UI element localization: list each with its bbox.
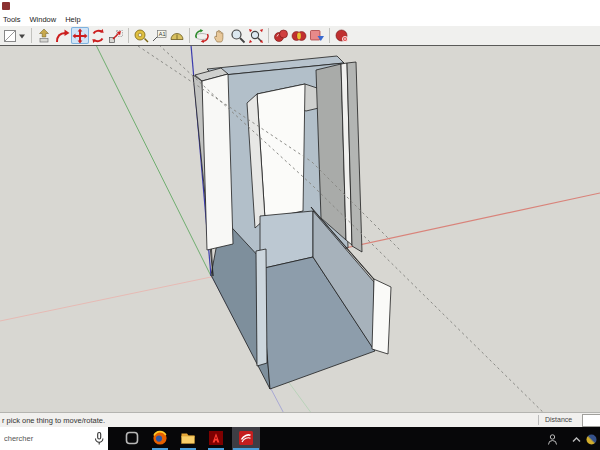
menu-item-tools[interactable]: Tools: [3, 15, 21, 24]
status-bar: r pick one thing to move/rotate. Distanc…: [0, 412, 600, 428]
toolbar-separator: [329, 28, 330, 43]
tray-left-plank[interactable]: [256, 249, 267, 366]
follow-me-tool-icon[interactable]: [53, 27, 71, 44]
task-view-icon[interactable]: [124, 430, 140, 446]
protractor-tool-icon[interactable]: [168, 27, 186, 44]
box-front[interactable]: [257, 84, 305, 219]
toolbar: A1: [0, 26, 600, 46]
show-hidden-icons-icon[interactable]: [570, 432, 583, 445]
menu-item-help[interactable]: Help: [65, 15, 80, 24]
outer-shell-tool-icon[interactable]: [272, 27, 290, 44]
microphone-icon[interactable]: [92, 431, 106, 450]
measurement-label: Distance: [545, 416, 572, 423]
tape-measure-tool-icon[interactable]: [132, 27, 150, 44]
color-ball-icon[interactable]: [585, 432, 598, 445]
rotate-tool-icon[interactable]: [89, 27, 107, 44]
menu-bar: ToolsWindowHelp: [0, 13, 600, 26]
text-label-tool-icon[interactable]: A1: [150, 27, 168, 44]
toolbar-separator: [128, 28, 129, 43]
measurement-value-box[interactable]: [582, 414, 600, 427]
file-explorer-running-indicator: [180, 448, 196, 450]
tray-end-cap[interactable]: [372, 279, 391, 354]
red-axis-negative: [0, 277, 211, 321]
search-input[interactable]: [0, 433, 88, 444]
intersect-tool-icon[interactable]: [290, 27, 308, 44]
window-title-strip: [0, 0, 600, 13]
firefox-icon[interactable]: [152, 430, 168, 446]
toolbar-separator: [31, 28, 32, 43]
toolbar-separator: [268, 28, 269, 43]
face-style-tool-icon[interactable]: [2, 27, 28, 44]
menu-item-window[interactable]: Window: [30, 15, 57, 24]
people-icon[interactable]: [546, 432, 559, 445]
toolbar-separator: [189, 28, 190, 43]
file-explorer-icon[interactable]: [180, 430, 196, 446]
adobe-reader-icon[interactable]: [208, 430, 224, 446]
push-pull-tool-icon[interactable]: [35, 27, 53, 44]
left-plank-front[interactable]: [202, 74, 233, 250]
sketchup-icon[interactable]: [238, 430, 254, 446]
split-tool-icon[interactable]: [333, 27, 351, 44]
sketchup-window: ToolsWindowHelp A1 r pick one thing to m…: [0, 0, 600, 450]
3d-viewport[interactable]: [0, 46, 600, 412]
status-message: r pick one thing to move/rotate.: [2, 416, 105, 425]
scale-tool-icon[interactable]: [107, 27, 125, 44]
firefox-running-indicator: [152, 448, 168, 450]
adobe-reader-running-indicator: [208, 448, 224, 450]
taskbar-search[interactable]: [0, 427, 108, 450]
windows-taskbar: [0, 427, 600, 450]
svg-text:A1: A1: [159, 31, 166, 37]
orbit-tool-icon[interactable]: [193, 27, 211, 44]
window-icon: [2, 2, 10, 10]
status-separator: [538, 415, 539, 425]
zoom-extents-tool-icon[interactable]: [247, 27, 265, 44]
move-tool-icon[interactable]: [71, 27, 89, 44]
zoom-tool-icon[interactable]: [229, 27, 247, 44]
pan-tool-icon[interactable]: [211, 27, 229, 44]
subtract-tool-icon[interactable]: [308, 27, 326, 44]
sketchup-running-indicator: [233, 448, 259, 450]
